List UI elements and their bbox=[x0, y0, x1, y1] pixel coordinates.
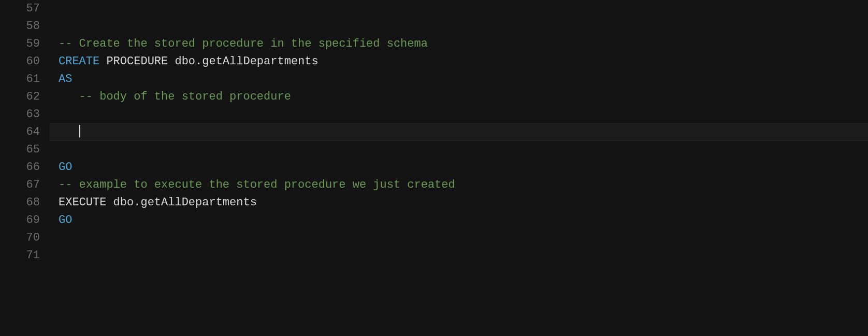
line-number: 57 bbox=[0, 0, 40, 18]
code-line[interactable]: -- body of the stored procedure bbox=[49, 88, 868, 106]
code-line[interactable]: AS bbox=[49, 71, 868, 88]
code-line[interactable] bbox=[49, 0, 868, 18]
code-line[interactable]: -- example to execute the stored procedu… bbox=[49, 176, 868, 194]
code-token: PROCEDURE dbo.getAllDepartments bbox=[99, 55, 318, 68]
code-line[interactable]: CREATE PROCEDURE dbo.getAllDepartments bbox=[49, 53, 868, 71]
line-number: 66 bbox=[0, 159, 40, 176]
code-line[interactable]: EXECUTE dbo.getAllDepartments bbox=[49, 194, 868, 212]
line-number: 68 bbox=[0, 194, 40, 212]
line-number: 69 bbox=[0, 212, 40, 229]
code-token: GO bbox=[59, 214, 72, 227]
code-token: -- Create the stored procedure in the sp… bbox=[59, 37, 428, 50]
line-number: 64 bbox=[0, 123, 40, 141]
code-token bbox=[59, 90, 79, 103]
line-number: 65 bbox=[0, 141, 40, 159]
code-line[interactable] bbox=[49, 141, 868, 159]
code-line[interactable]: GO bbox=[49, 159, 868, 176]
code-token: CREATE bbox=[59, 55, 99, 68]
code-line[interactable] bbox=[49, 247, 868, 264]
line-number: 58 bbox=[0, 18, 40, 35]
code-area[interactable]: -- Create the stored procedure in the sp… bbox=[49, 0, 868, 336]
code-token: -- example to execute the stored procedu… bbox=[59, 178, 455, 191]
code-line[interactable] bbox=[49, 106, 868, 123]
code-line[interactable]: -- Create the stored procedure in the sp… bbox=[49, 35, 868, 53]
line-number: 70 bbox=[0, 229, 40, 247]
line-number: 67 bbox=[0, 176, 40, 194]
code-token: GO bbox=[59, 161, 72, 174]
line-number: 62 bbox=[0, 88, 40, 106]
code-line[interactable] bbox=[49, 123, 868, 141]
code-line[interactable] bbox=[49, 229, 868, 247]
code-token: -- body of the stored procedure bbox=[79, 90, 291, 103]
line-number: 60 bbox=[0, 53, 40, 71]
line-number: 63 bbox=[0, 106, 40, 123]
line-number: 71 bbox=[0, 247, 40, 264]
code-line[interactable] bbox=[49, 18, 868, 35]
line-number-gutter: 575859606162636465666768697071 bbox=[0, 0, 49, 336]
code-token: AS bbox=[59, 73, 72, 86]
code-token bbox=[59, 125, 79, 138]
line-number: 59 bbox=[0, 35, 40, 53]
code-line[interactable]: GO bbox=[49, 212, 868, 229]
code-editor[interactable]: 575859606162636465666768697071 -- Create… bbox=[0, 0, 868, 336]
code-token: EXECUTE dbo.getAllDepartments bbox=[59, 196, 257, 209]
text-cursor bbox=[79, 125, 80, 137]
minimap[interactable] bbox=[801, 0, 868, 336]
line-number: 61 bbox=[0, 71, 40, 88]
